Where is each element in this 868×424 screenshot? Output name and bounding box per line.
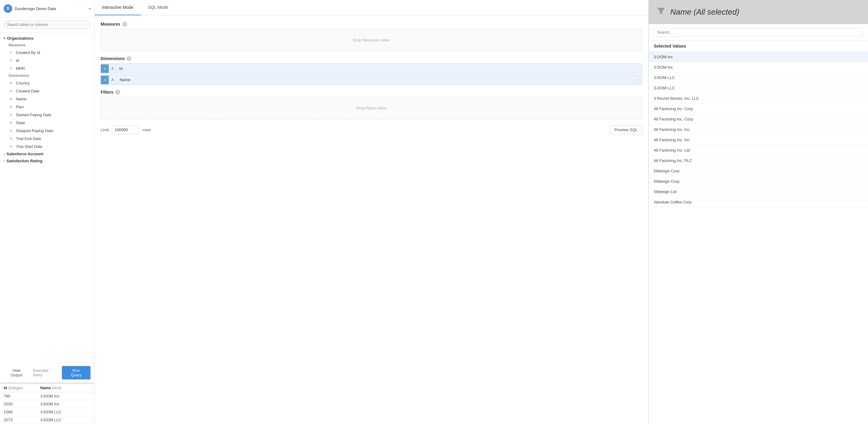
sidebar-item-created-date[interactable]: ⊙ Created Date — [0, 87, 94, 95]
filter-list-item[interactable]: 48 Factoring Inc. Corp — [649, 114, 868, 124]
filter-list-item[interactable]: 3-DOM LLC — [649, 73, 868, 83]
tab-sql-mode[interactable]: SQL Mode — [141, 0, 176, 15]
dimension-item-name: ≡ A Name ↑ — [100, 75, 642, 85]
measures-drop-zone[interactable]: Drop Measures Here — [100, 29, 642, 51]
sidebar-item-id[interactable]: # Id — [0, 56, 94, 64]
funnel-icon — [656, 6, 666, 18]
filter-search-input[interactable] — [654, 28, 863, 37]
table-row: 20733-DOM LLC — [0, 416, 94, 424]
table-row: 25203-DOM Inc — [0, 400, 94, 408]
tabs-bar: Interactive Mode SQL Mode — [94, 0, 648, 16]
text-icon: A — [8, 81, 13, 85]
filter-list-item[interactable]: 48 Factoring Inc. Corp — [649, 104, 868, 114]
section-header-salesforce[interactable]: › Salesforce Account — [0, 150, 94, 158]
filters-section: Drop Filters Here — [100, 97, 642, 119]
limit-input[interactable] — [112, 125, 139, 134]
cell-id: 790 — [0, 392, 37, 400]
hash-icon: # — [8, 58, 13, 63]
chevron-right-icon: › — [4, 152, 5, 156]
sub-section-measures: Measures — [0, 42, 94, 49]
dimensions-help-icon[interactable]: ? — [126, 56, 131, 61]
db-icon: D — [4, 4, 12, 13]
left-panel: D Dundersign Demo Data ▾ ▾ Organizations… — [0, 0, 94, 424]
search-input[interactable] — [4, 21, 91, 29]
cell-name: 3-DOM LLC — [37, 416, 94, 424]
filter-list: 3-DOM Inc3-DOM Inc3-DOM LLC3-DOM LLC3 Ro… — [649, 52, 868, 424]
cell-id: 2520 — [0, 400, 37, 408]
filter-search — [649, 24, 868, 40]
filter-list-item[interactable]: 59design Corp — [649, 166, 868, 176]
filter-list-item[interactable]: 3-DOM Inc — [649, 62, 868, 73]
db-name: Dundersign Demo Data — [14, 6, 87, 11]
filter-list-item[interactable]: 48 Factoring Inc. PLC — [649, 156, 868, 166]
sub-section-dimensions: Dimensions — [0, 72, 94, 79]
sidebar-item-started-paying-date[interactable]: ⊙ Started Paying Date — [0, 111, 94, 119]
col-header-id: Id (integer) — [0, 384, 37, 392]
chevron-right-icon: › — [4, 159, 5, 163]
sort-button[interactable]: ↑ — [634, 75, 642, 84]
hash-icon: # — [8, 66, 13, 71]
measures-help-icon[interactable]: ? — [122, 22, 127, 27]
text-type-icon: A — [109, 75, 117, 84]
measures-section-label: Measures ? — [100, 22, 642, 27]
run-query-button[interactable]: Run Query — [62, 366, 91, 379]
output-table: Id (integer) Name (text) 7903-DOM Inc252… — [0, 384, 94, 424]
filter-list-item[interactable]: 3 Round Stones, Inc. LLC — [649, 93, 868, 104]
main-body: Measures ? Drop Measures Here Dimensions… — [94, 16, 648, 424]
cell-id: 1266 — [0, 408, 37, 416]
dimensions-section-label: Dimensions ? — [100, 56, 642, 61]
filter-list-item[interactable]: 3-DOM LLC — [649, 83, 868, 93]
clock-icon: ⊙ — [8, 128, 13, 133]
clock-icon: ⊙ — [8, 144, 13, 149]
sidebar-search — [0, 18, 94, 32]
table-row: 7903-DOM Inc — [0, 392, 94, 400]
dimensions-section: ≡ # Id ≡ A Name ↑ — [100, 63, 642, 85]
filters-section-label: Filters ? — [100, 90, 642, 94]
section-header-satisfaction[interactable]: › Satisfaction Rating — [0, 158, 94, 164]
sidebar-item-name[interactable]: A Name — [0, 95, 94, 103]
sidebar-item-trial-end-date[interactable]: ⊙ Trial End Date — [0, 135, 94, 142]
cell-name: 3-DOM LLC — [37, 408, 94, 416]
sidebar-item-trial-start-date[interactable]: ⊙ Trial Start Date — [0, 142, 94, 150]
filter-title: Name (All selected) — [670, 7, 739, 17]
right-filter-panel: Name (All selected) Selected Values 3-DO… — [649, 0, 868, 424]
chevron-down-icon: ▾ — [4, 37, 5, 40]
executed-query-label: Executed query — [33, 368, 58, 377]
filter-list-item[interactable]: 3-DOM Inc — [649, 52, 868, 62]
dimension-name-name: Name — [117, 75, 634, 84]
filters-drop-zone[interactable]: Drop Filters Here — [100, 97, 642, 119]
dimension-item-id: ≡ # Id — [100, 63, 642, 74]
section-header-organizations[interactable]: ▾ Organizations — [0, 35, 94, 42]
hash-icon: # — [8, 50, 13, 55]
dimension-handle[interactable]: ≡ — [101, 76, 109, 84]
cell-name: 3-DOM Inc — [37, 392, 94, 400]
sidebar-item-country[interactable]: A Country — [0, 79, 94, 87]
col-header-name: Name (text) — [37, 384, 94, 392]
bottom-bar: Hide Output Executed query Run Query — [0, 363, 94, 383]
sidebar-item-mrr[interactable]: # MRR — [0, 64, 94, 72]
db-dropdown-icon[interactable]: ▾ — [89, 7, 91, 10]
limit-row: Limit rows Preview SQL — [100, 125, 642, 134]
sidebar-item-state[interactable]: A State — [0, 119, 94, 126]
sidebar-item-stopped-paying-date[interactable]: ⊙ Stopped Paying Date — [0, 126, 94, 135]
filter-list-item[interactable]: 48 Factoring Inc. Inc — [649, 124, 868, 135]
filter-list-item[interactable]: 59design Corp — [649, 176, 868, 187]
dimension-handle[interactable]: ≡ — [101, 64, 109, 73]
rows-label: rows — [142, 128, 151, 132]
filters-help-icon[interactable]: ? — [115, 90, 120, 94]
filter-list-item[interactable]: 59design Ltd — [649, 187, 868, 197]
filter-list-item[interactable]: Absolute Coffee Corp — [649, 197, 868, 207]
filter-header: Name (All selected) — [649, 0, 868, 24]
sidebar-item-created-by-id[interactable]: # Created By Id — [0, 49, 94, 56]
sidebar-item-plan[interactable]: A Plan — [0, 103, 94, 111]
filter-list-item[interactable]: 48 Factoring Inc. Inc — [649, 135, 868, 145]
hide-output-button[interactable]: Hide Output — [4, 367, 30, 378]
main-content: Interactive Mode SQL Mode Measures ? Dro… — [94, 0, 649, 424]
text-icon: A — [8, 104, 13, 109]
limit-label: Limit — [100, 128, 109, 132]
preview-sql-button[interactable]: Preview SQL — [610, 125, 642, 134]
clock-icon: ⊙ — [8, 88, 13, 93]
hash-type-icon: # — [109, 64, 116, 73]
filter-list-item[interactable]: 48 Factoring Inc. Ltd — [649, 145, 868, 156]
tab-interactive-mode[interactable]: Interactive Mode — [94, 0, 141, 15]
